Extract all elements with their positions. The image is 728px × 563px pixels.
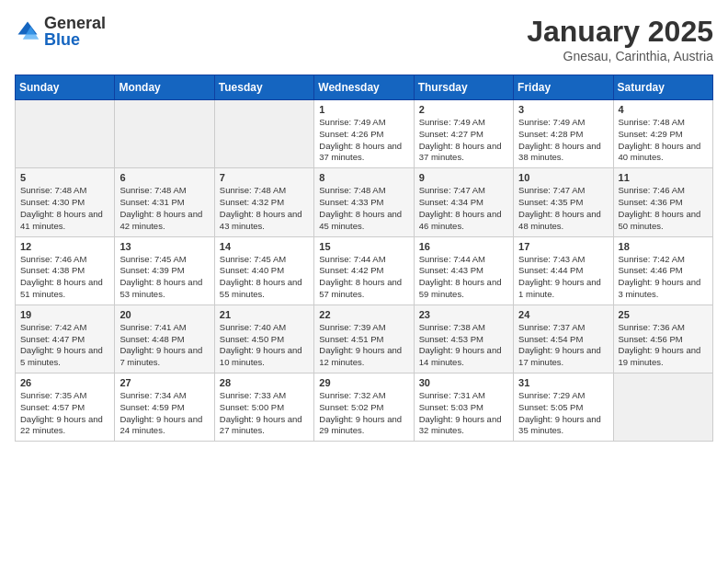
day-number: 10 <box>518 172 608 183</box>
day-info: Sunrise: 7:49 AM Sunset: 4:26 PM Dayligh… <box>319 117 408 164</box>
column-header-sunday: Sunday <box>16 75 115 100</box>
day-info: Sunrise: 7:48 AM Sunset: 4:29 PM Dayligh… <box>619 117 708 164</box>
day-number: 24 <box>518 309 608 320</box>
calendar-cell: 22Sunrise: 7:39 AM Sunset: 4:51 PM Dayli… <box>314 304 414 373</box>
day-info: Sunrise: 7:43 AM Sunset: 4:44 PM Dayligh… <box>518 254 608 301</box>
day-info: Sunrise: 7:46 AM Sunset: 4:38 PM Dayligh… <box>20 254 109 301</box>
day-info: Sunrise: 7:46 AM Sunset: 4:36 PM Dayligh… <box>619 185 708 232</box>
calendar-cell: 12Sunrise: 7:46 AM Sunset: 4:38 PM Dayli… <box>16 236 115 304</box>
calendar-cell: 30Sunrise: 7:31 AM Sunset: 5:03 PM Dayli… <box>414 373 513 442</box>
calendar-cell: 29Sunrise: 7:32 AM Sunset: 5:02 PM Dayli… <box>314 373 414 442</box>
calendar-cell: 15Sunrise: 7:44 AM Sunset: 4:42 PM Dayli… <box>314 236 414 304</box>
calendar-cell: 24Sunrise: 7:37 AM Sunset: 4:54 PM Dayli… <box>514 304 613 373</box>
day-info: Sunrise: 7:42 AM Sunset: 4:46 PM Dayligh… <box>619 254 708 301</box>
day-info: Sunrise: 7:48 AM Sunset: 4:32 PM Dayligh… <box>220 185 309 232</box>
column-header-friday: Friday <box>514 75 613 100</box>
calendar-cell <box>115 100 214 168</box>
calendar-cell: 14Sunrise: 7:45 AM Sunset: 4:40 PM Dayli… <box>214 236 313 304</box>
calendar-cell: 17Sunrise: 7:43 AM Sunset: 4:44 PM Dayli… <box>514 236 613 304</box>
day-number: 27 <box>119 377 209 388</box>
day-info: Sunrise: 7:47 AM Sunset: 4:34 PM Dayligh… <box>419 185 508 232</box>
day-info: Sunrise: 7:37 AM Sunset: 4:54 PM Dayligh… <box>518 322 608 369</box>
day-info: Sunrise: 7:44 AM Sunset: 4:43 PM Dayligh… <box>419 254 508 301</box>
calendar-cell: 20Sunrise: 7:41 AM Sunset: 4:48 PM Dayli… <box>115 304 214 373</box>
day-number: 30 <box>419 377 508 388</box>
day-info: Sunrise: 7:31 AM Sunset: 5:03 PM Dayligh… <box>419 390 508 437</box>
calendar-week-row: 1Sunrise: 7:49 AM Sunset: 4:26 PM Daylig… <box>16 100 713 168</box>
calendar-cell: 28Sunrise: 7:33 AM Sunset: 5:00 PM Dayli… <box>214 373 313 442</box>
day-number: 26 <box>20 377 109 388</box>
day-number: 12 <box>20 241 109 252</box>
month-title: January 2025 <box>527 15 713 49</box>
column-header-wednesday: Wednesday <box>314 75 414 100</box>
calendar-cell: 18Sunrise: 7:42 AM Sunset: 4:46 PM Dayli… <box>613 236 712 304</box>
calendar-cell: 3Sunrise: 7:49 AM Sunset: 4:28 PM Daylig… <box>514 100 613 168</box>
day-info: Sunrise: 7:39 AM Sunset: 4:51 PM Dayligh… <box>319 322 408 369</box>
day-number: 28 <box>220 377 309 388</box>
day-info: Sunrise: 7:47 AM Sunset: 4:35 PM Dayligh… <box>518 185 608 232</box>
day-number: 29 <box>319 377 408 388</box>
calendar-week-row: 5Sunrise: 7:48 AM Sunset: 4:30 PM Daylig… <box>16 168 713 236</box>
day-number: 4 <box>619 104 708 115</box>
column-header-saturday: Saturday <box>613 75 712 100</box>
day-number: 21 <box>220 309 309 320</box>
day-info: Sunrise: 7:32 AM Sunset: 5:02 PM Dayligh… <box>319 390 408 437</box>
calendar-cell: 21Sunrise: 7:40 AM Sunset: 4:50 PM Dayli… <box>214 304 313 373</box>
day-info: Sunrise: 7:34 AM Sunset: 4:59 PM Dayligh… <box>119 390 209 437</box>
calendar-cell: 16Sunrise: 7:44 AM Sunset: 4:43 PM Dayli… <box>414 236 513 304</box>
day-info: Sunrise: 7:48 AM Sunset: 4:33 PM Dayligh… <box>319 185 408 232</box>
day-number: 31 <box>518 377 608 388</box>
day-number: 7 <box>220 172 309 183</box>
day-info: Sunrise: 7:48 AM Sunset: 4:30 PM Dayligh… <box>20 185 109 232</box>
day-info: Sunrise: 7:49 AM Sunset: 4:27 PM Dayligh… <box>419 117 508 164</box>
day-number: 5 <box>20 172 109 183</box>
day-info: Sunrise: 7:49 AM Sunset: 4:28 PM Dayligh… <box>518 117 608 164</box>
day-info: Sunrise: 7:33 AM Sunset: 5:00 PM Dayligh… <box>220 390 309 437</box>
logo-blue-text: Blue <box>44 31 106 48</box>
calendar-cell: 27Sunrise: 7:34 AM Sunset: 4:59 PM Dayli… <box>115 373 214 442</box>
day-info: Sunrise: 7:38 AM Sunset: 4:53 PM Dayligh… <box>419 322 508 369</box>
day-number: 3 <box>518 104 608 115</box>
day-info: Sunrise: 7:42 AM Sunset: 4:47 PM Dayligh… <box>20 322 109 369</box>
day-number: 25 <box>619 309 708 320</box>
day-info: Sunrise: 7:44 AM Sunset: 4:42 PM Dayligh… <box>319 254 408 301</box>
day-info: Sunrise: 7:41 AM Sunset: 4:48 PM Dayligh… <box>119 322 209 369</box>
day-number: 20 <box>119 309 209 320</box>
day-number: 17 <box>518 241 608 252</box>
calendar-cell: 5Sunrise: 7:48 AM Sunset: 4:30 PM Daylig… <box>16 168 115 236</box>
day-info: Sunrise: 7:45 AM Sunset: 4:39 PM Dayligh… <box>119 254 209 301</box>
calendar-cell: 9Sunrise: 7:47 AM Sunset: 4:34 PM Daylig… <box>414 168 513 236</box>
day-number: 2 <box>419 104 508 115</box>
calendar-week-row: 12Sunrise: 7:46 AM Sunset: 4:38 PM Dayli… <box>16 236 713 304</box>
day-number: 13 <box>119 241 209 252</box>
day-info: Sunrise: 7:36 AM Sunset: 4:56 PM Dayligh… <box>619 322 708 369</box>
day-info: Sunrise: 7:35 AM Sunset: 4:57 PM Dayligh… <box>20 390 109 437</box>
day-number: 15 <box>319 241 408 252</box>
title-area: January 2025 Gnesau, Carinthia, Austria <box>527 15 713 63</box>
calendar-week-row: 26Sunrise: 7:35 AM Sunset: 4:57 PM Dayli… <box>16 373 713 442</box>
column-header-tuesday: Tuesday <box>214 75 313 100</box>
calendar-cell: 11Sunrise: 7:46 AM Sunset: 4:36 PM Dayli… <box>613 168 712 236</box>
calendar-header-row: SundayMondayTuesdayWednesdayThursdayFrid… <box>16 75 713 100</box>
day-info: Sunrise: 7:29 AM Sunset: 5:05 PM Dayligh… <box>518 390 608 437</box>
calendar-cell: 10Sunrise: 7:47 AM Sunset: 4:35 PM Dayli… <box>514 168 613 236</box>
calendar-cell: 25Sunrise: 7:36 AM Sunset: 4:56 PM Dayli… <box>613 304 712 373</box>
calendar-cell <box>214 100 313 168</box>
calendar-week-row: 19Sunrise: 7:42 AM Sunset: 4:47 PM Dayli… <box>16 304 713 373</box>
calendar-cell <box>613 373 712 442</box>
calendar-cell: 1Sunrise: 7:49 AM Sunset: 4:26 PM Daylig… <box>314 100 414 168</box>
day-number: 14 <box>220 241 309 252</box>
day-number: 22 <box>319 309 408 320</box>
day-number: 18 <box>619 241 708 252</box>
logo-general-text: General <box>44 15 106 31</box>
day-info: Sunrise: 7:48 AM Sunset: 4:31 PM Dayligh… <box>119 185 209 232</box>
day-number: 23 <box>419 309 508 320</box>
column-header-thursday: Thursday <box>414 75 513 100</box>
calendar-cell <box>16 100 115 168</box>
day-number: 6 <box>119 172 209 183</box>
location-text: Gnesau, Carinthia, Austria <box>527 49 713 63</box>
logo: General Blue <box>15 15 106 48</box>
calendar-table: SundayMondayTuesdayWednesdayThursdayFrid… <box>15 75 713 442</box>
calendar-cell: 4Sunrise: 7:48 AM Sunset: 4:29 PM Daylig… <box>613 100 712 168</box>
day-number: 9 <box>419 172 508 183</box>
